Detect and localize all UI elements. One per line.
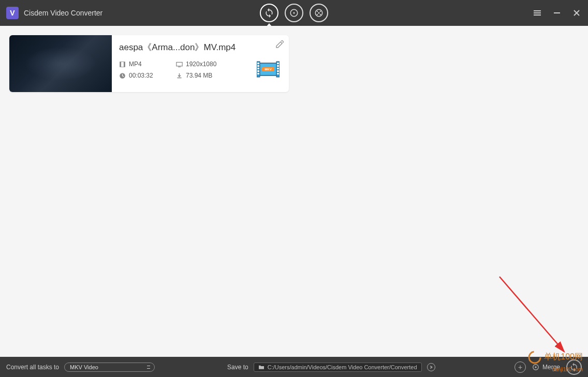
save-to-label: Save to: [227, 364, 248, 371]
open-folder-button[interactable]: [427, 363, 435, 371]
svg-point-36: [535, 366, 537, 368]
svg-rect-31: [277, 70, 279, 72]
clock-icon: [119, 72, 126, 79]
save-path-field[interactable]: C:/Users/admin/Videos/Cisdem Video Conve…: [254, 363, 422, 372]
svg-rect-16: [124, 62, 125, 67]
folder-icon: [258, 365, 264, 370]
convert-button[interactable]: [566, 359, 582, 375]
screen-icon: [176, 61, 183, 68]
svg-rect-27: [257, 73, 259, 74]
file-info: aespa《Arma...don》MV.mp4 MP4 1920x1080 00…: [112, 35, 289, 92]
output-format-button[interactable]: MKV: [257, 60, 280, 79]
svg-point-4: [320, 11, 321, 12]
svg-rect-32: [277, 73, 279, 74]
merge-icon: [532, 364, 539, 371]
svg-rect-30: [277, 68, 279, 69]
svg-text:MKV: MKV: [264, 68, 271, 71]
meta-resolution: 1920x1080: [176, 61, 243, 68]
svg-rect-15: [120, 62, 121, 67]
svg-rect-25: [257, 68, 259, 69]
titlebar: V Cisdem Video Converter: [0, 0, 588, 26]
svg-rect-26: [257, 70, 259, 72]
tab-download[interactable]: [310, 4, 328, 22]
svg-rect-28: [277, 63, 279, 64]
bottombar: Convert all tasks to MKV Video Save to C…: [0, 357, 588, 377]
svg-point-7: [318, 12, 320, 14]
download-icon: [176, 72, 183, 79]
merge-button[interactable]: Merge: [532, 364, 560, 371]
video-thumbnail[interactable]: [9, 35, 112, 92]
svg-point-1: [293, 12, 295, 14]
svg-point-5: [317, 14, 318, 15]
file-card[interactable]: aespa《Arma...don》MV.mp4 MP4 1920x1080 00…: [9, 35, 289, 92]
file-name: aespa《Arma...don》MV.mp4: [119, 41, 282, 53]
tab-rip[interactable]: [285, 4, 303, 22]
close-icon[interactable]: [571, 8, 582, 18]
convert-label: Convert all tasks to: [6, 364, 59, 371]
meta-size: 73.94 MB: [176, 72, 243, 79]
film-icon: [119, 61, 126, 68]
content-area: aespa《Arma...don》MV.mp4 MP4 1920x1080 00…: [0, 26, 588, 357]
svg-rect-24: [257, 65, 259, 67]
edit-icon[interactable]: [275, 39, 285, 49]
app-title: Cisdem Video Converter: [24, 9, 102, 17]
output-format-select[interactable]: MKV Video: [64, 363, 155, 372]
svg-point-3: [317, 11, 318, 12]
svg-point-6: [320, 14, 321, 15]
menu-icon[interactable]: [532, 8, 542, 18]
svg-rect-29: [277, 65, 279, 67]
meta-format: MP4: [119, 61, 176, 68]
add-button[interactable]: +: [514, 361, 526, 373]
bottom-actions: + Merge: [514, 359, 582, 375]
mode-tabs: [260, 4, 328, 22]
meta-duration: 00:03:32: [119, 72, 176, 79]
tab-convert[interactable]: [260, 4, 278, 22]
app-icon: V: [6, 7, 19, 19]
svg-rect-17: [177, 62, 182, 66]
minimize-icon[interactable]: [552, 8, 562, 18]
window-controls: [532, 8, 582, 18]
svg-rect-23: [257, 63, 259, 64]
